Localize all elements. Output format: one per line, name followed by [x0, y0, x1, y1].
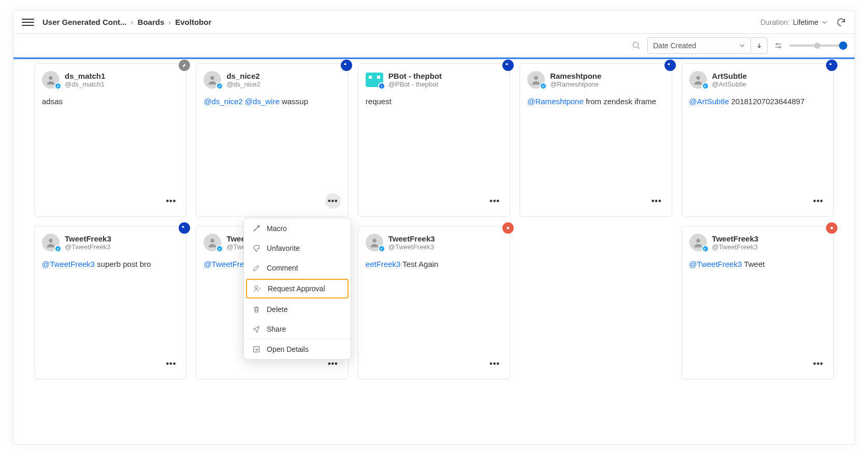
svg-point-5	[779, 46, 780, 48]
svg-point-20	[696, 239, 700, 243]
user-name: TweetFreek3	[712, 234, 759, 243]
user-name: ds_match1	[65, 72, 105, 80]
content-card[interactable]: ✔TweetFreek3@TweetFreek3@TweetFreek3 Twe…	[682, 226, 834, 379]
slider-knob-mid[interactable]	[814, 42, 820, 49]
alert-badge-icon	[502, 222, 514, 234]
menu-delete[interactable]: Delete	[244, 300, 351, 319]
bot-avatar: f	[366, 71, 383, 89]
card-content: @ds_nice2 @ds_wire wassup	[204, 96, 340, 107]
breadcrumb-root[interactable]: User Generated Cont...	[42, 18, 127, 26]
avatar: ✔	[42, 71, 60, 89]
mention-link[interactable]: eetFreek3	[366, 260, 401, 268]
menu-share[interactable]: Share	[244, 319, 351, 339]
more-options-button[interactable]: •••	[163, 193, 179, 209]
svg-point-18	[372, 239, 376, 243]
content-card[interactable]: ❝fPBot - thepbot@PBot - thepbotrequest••…	[358, 63, 510, 217]
mention-link[interactable]: @ds_nice2 @ds_wire	[204, 97, 279, 106]
more-options-button[interactable]: •••	[325, 193, 341, 209]
user-row: ✔TweetFreek3@TweetFreek3	[366, 234, 502, 251]
chevron-down-icon	[821, 19, 828, 25]
content-card[interactable]: ❝✔ds_nice2@ds_nice2@ds_nice2 @ds_wire wa…	[196, 63, 348, 217]
avatar: ✔	[527, 71, 545, 89]
avatar: ✔	[42, 234, 60, 251]
filter-sliders-icon[interactable]	[774, 41, 783, 50]
card-footer: •••	[42, 193, 179, 209]
zoom-slider[interactable]	[789, 45, 846, 47]
quote-badge-icon: ❝	[341, 60, 352, 71]
menu-unfavorite[interactable]: Unfavorite	[244, 238, 351, 258]
sort-field-value: Date Created	[653, 41, 696, 50]
user-row: ✔Rameshtpone@Rameshtpone	[527, 71, 664, 89]
mention-link[interactable]: @TweetFreek3	[42, 260, 95, 268]
arrow-down-icon	[756, 42, 762, 49]
refresh-icon[interactable]	[836, 17, 846, 27]
breadcrumb-current: Evoltobor	[175, 18, 211, 26]
mention-link[interactable]: @TweetFreek3	[689, 260, 742, 268]
card-content: @TweetFreek3 superb post bro	[42, 259, 179, 269]
content-card[interactable]: ❝✔Rameshtpone@Rameshtpone@Rameshtpone fr…	[519, 63, 672, 217]
svg-point-17	[507, 227, 510, 230]
user-check-icon	[253, 285, 262, 293]
user-handle: @Rameshtpone	[550, 80, 601, 88]
search-icon[interactable]	[632, 41, 641, 50]
mention-link[interactable]: @ArtSubtle	[689, 97, 729, 106]
duration-selector[interactable]: Duration: Lifetime	[760, 18, 828, 26]
svg-point-6	[49, 76, 52, 80]
svg-text:❝: ❝	[182, 225, 184, 231]
card-content: eetFreek3 Test Again	[366, 259, 502, 269]
content-card[interactable]: ❝✔ArtSubtle@ArtSubtle@ArtSubtle 20181207…	[682, 63, 834, 217]
svg-text:❝: ❝	[505, 63, 508, 68]
card-footer: •••	[366, 356, 502, 372]
svg-point-16	[211, 239, 214, 243]
svg-point-15	[49, 239, 52, 243]
avatar: ✔	[204, 234, 221, 251]
content-card[interactable]: ❝✔TweetFreek3@TweetFreek3@TweetFreek3 su…	[34, 226, 186, 379]
more-options-button[interactable]: •••	[649, 193, 664, 209]
menu-comment[interactable]: Comment	[244, 258, 351, 278]
more-options-button[interactable]: •••	[811, 193, 826, 209]
more-options-button[interactable]: •••	[487, 193, 502, 209]
sort-field-dropdown[interactable]: Date Created	[647, 37, 751, 54]
more-options-button[interactable]: •••	[487, 356, 502, 372]
alert-badge-icon	[826, 222, 837, 234]
svg-point-0	[633, 42, 639, 48]
content-card[interactable]: ✔ds_match1@ds_match1adsas•••	[34, 63, 186, 217]
breadcrumb-boards[interactable]: Boards	[138, 18, 165, 26]
topbar: User Generated Cont... › Boards › Evolto…	[13, 11, 855, 34]
trash-icon	[252, 305, 261, 314]
user-row: fPBot - thepbot@PBot - thepbot	[366, 71, 502, 89]
svg-point-21	[255, 286, 257, 289]
more-options-button[interactable]: •••	[811, 356, 826, 372]
svg-point-19	[831, 227, 833, 230]
svg-point-4	[776, 43, 778, 45]
user-name: Rameshtpone	[550, 72, 601, 80]
user-row: ✔TweetFreek3@TweetFreek3	[689, 234, 826, 251]
sort-direction-button[interactable]	[751, 37, 768, 54]
user-handle: @ds_nice2	[226, 80, 260, 88]
svg-line-1	[638, 47, 640, 49]
menu-open-details[interactable]: Open Details	[244, 339, 351, 359]
avatar: ✔	[366, 234, 383, 251]
edit-icon	[252, 264, 261, 272]
svg-text:❝: ❝	[668, 63, 670, 68]
card-content: @ArtSubtle 20181207023644897	[689, 96, 826, 107]
mention-link[interactable]: @Rameshtpone	[527, 97, 584, 106]
more-options-button[interactable]: •••	[163, 356, 179, 372]
user-name: PBot - thepbot	[388, 72, 442, 80]
menu-request-approval[interactable]: Request Approval	[246, 279, 349, 298]
user-name: ArtSubtle	[712, 72, 747, 80]
svg-point-11	[534, 76, 538, 80]
card-footer: •••	[42, 356, 179, 372]
content-card[interactable]: ✔TweetFreek3@TweetFreek3eetFreek3 Test A…	[358, 226, 510, 379]
user-name: TweetFreek3	[388, 234, 435, 243]
menu-macro[interactable]: Macro	[244, 219, 351, 238]
slider-knob-end[interactable]	[839, 41, 847, 50]
user-name: ds_nice2	[226, 72, 260, 80]
card-footer: •••	[366, 193, 502, 209]
avatar: ✔	[689, 71, 707, 89]
avatar: ✔	[689, 234, 707, 251]
card-content: adsas	[42, 96, 179, 107]
hamburger-menu-icon[interactable]	[22, 16, 34, 29]
duration-label: Duration:	[760, 18, 790, 26]
card-footer: •••	[689, 193, 826, 209]
